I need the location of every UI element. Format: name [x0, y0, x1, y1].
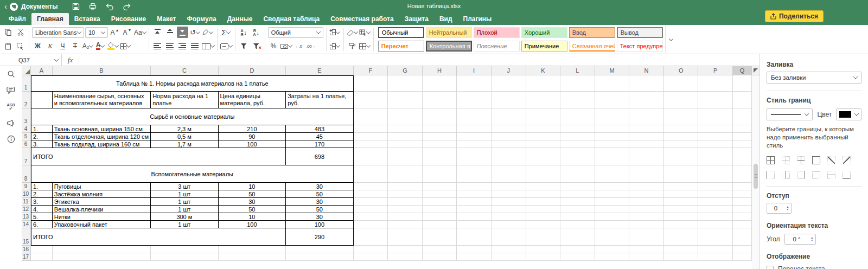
cell[interactable] [388, 165, 423, 183]
col-header-A[interactable]: A [31, 66, 53, 75]
copy-style-icon[interactable] [202, 27, 213, 38]
row-header-4[interactable]: 4 [22, 125, 31, 133]
save-icon[interactable] [72, 2, 80, 11]
row-header-11[interactable]: 11 [22, 198, 31, 206]
cell[interactable] [629, 75, 664, 92]
cell[interactable] [423, 246, 457, 253]
row-header-3[interactable]: 3 [22, 108, 31, 125]
cell[interactable] [354, 246, 388, 253]
border-center-v-button[interactable] [782, 171, 790, 179]
cell[interactable] [354, 92, 388, 108]
cell[interactable] [388, 183, 423, 190]
cell[interactable] [457, 92, 492, 108]
insert-cells-icon[interactable]: + [329, 27, 341, 38]
cell[interactable]: 100 [219, 221, 286, 228]
cell[interactable] [733, 92, 752, 108]
print-icon[interactable] [88, 2, 97, 11]
tab-Главная[interactable]: Главная [31, 13, 69, 25]
cell[interactable] [388, 125, 423, 133]
cell[interactable] [698, 148, 733, 165]
cell[interactable] [595, 108, 630, 125]
col-header-H[interactable]: H [423, 66, 457, 75]
sort-ascending-icon[interactable]: АЯ↓ [238, 27, 250, 38]
cell[interactable] [388, 198, 423, 206]
cell[interactable] [526, 75, 561, 92]
paint-roller-icon[interactable] [347, 41, 358, 52]
cell[interactable]: 3. [31, 198, 53, 206]
row-header-7[interactable]: 7 [22, 148, 31, 165]
cell[interactable] [457, 253, 492, 261]
cell[interactable] [698, 228, 733, 246]
cell[interactable] [560, 148, 595, 165]
fill-select[interactable]: Без заливки [767, 72, 861, 84]
increase-decimal-icon[interactable]: .00→ [305, 41, 317, 52]
tab-Вид[interactable]: Вид [434, 13, 458, 25]
scrollbar-track[interactable] [752, 75, 760, 269]
search-icon[interactable] [7, 69, 16, 79]
cell[interactable] [354, 140, 388, 148]
cell[interactable]: 10 [219, 213, 286, 221]
row-header-9[interactable]: 9 [22, 183, 31, 190]
increase-font-icon[interactable]: A▲ [109, 27, 120, 38]
cell[interactable] [492, 221, 526, 228]
cell[interactable]: Цена единицы материала, руб. [219, 92, 286, 108]
cell[interactable] [354, 125, 388, 133]
cell[interactable] [595, 206, 630, 213]
cell[interactable]: Сырьё и основные материалы [31, 108, 354, 125]
cell[interactable] [664, 183, 699, 190]
clear-icon[interactable] [347, 27, 358, 38]
cell[interactable] [664, 75, 699, 92]
underline-button[interactable]: Ч [57, 41, 68, 52]
cell[interactable] [457, 183, 492, 190]
cell[interactable] [457, 198, 492, 206]
cell[interactable]: 290 [286, 228, 353, 246]
cell[interactable] [457, 246, 492, 253]
bold-button[interactable]: Ж [32, 41, 43, 52]
cut-icon[interactable] [15, 27, 26, 38]
cell[interactable] [595, 253, 630, 261]
row-header-14[interactable]: 14 [22, 221, 31, 228]
cell[interactable] [457, 190, 492, 198]
col-header-B[interactable]: B [53, 66, 151, 75]
undo-icon[interactable] [105, 2, 114, 11]
cell[interactable]: Упаковочный пакет [53, 221, 151, 228]
paste-icon[interactable] [2, 41, 14, 52]
cell[interactable] [526, 253, 561, 261]
font-name-select[interactable]: Liberation Sans [32, 27, 84, 38]
cell[interactable] [423, 75, 457, 92]
cell[interactable] [53, 246, 151, 253]
tab-Данные[interactable]: Данные [222, 13, 258, 25]
copy-icon[interactable] [2, 27, 14, 38]
decrease-decimal-icon[interactable]: ←.0 [293, 41, 304, 52]
cell[interactable] [595, 221, 630, 228]
cell[interactable] [595, 228, 630, 246]
cell[interactable]: 0,5 м [151, 133, 218, 140]
select-all-corner[interactable] [22, 66, 31, 75]
cell[interactable] [526, 198, 561, 206]
cell[interactable] [629, 198, 664, 206]
cell[interactable] [219, 253, 286, 261]
cell[interactable] [733, 140, 752, 148]
cell[interactable] [388, 253, 423, 261]
cell[interactable] [560, 125, 595, 133]
cell[interactable] [560, 246, 595, 253]
cell[interactable] [733, 148, 752, 165]
styles-more-button[interactable] [665, 25, 677, 53]
fill-color-button[interactable] [107, 41, 118, 52]
cell[interactable] [629, 206, 664, 213]
border-top-button[interactable] [812, 171, 820, 179]
cell[interactable] [354, 253, 388, 261]
cell[interactable] [733, 75, 752, 92]
cell[interactable] [560, 190, 595, 198]
cell[interactable]: 1. [31, 125, 53, 133]
cell-style-bad[interactable]: Плохой [474, 27, 520, 38]
cell[interactable] [526, 92, 561, 108]
border-color-select[interactable] [836, 108, 861, 120]
border-line-style-select[interactable] [767, 108, 813, 120]
cell[interactable]: 1,7 м [151, 140, 218, 148]
cell[interactable] [629, 183, 664, 190]
cell[interactable]: Ткань подклад, ширина 160 см [53, 140, 151, 148]
angle-spinner[interactable]: 0 ° ▲▼ [784, 234, 816, 245]
number-format-select[interactable]: Общий [268, 27, 323, 38]
italic-button[interactable]: К [44, 41, 56, 52]
